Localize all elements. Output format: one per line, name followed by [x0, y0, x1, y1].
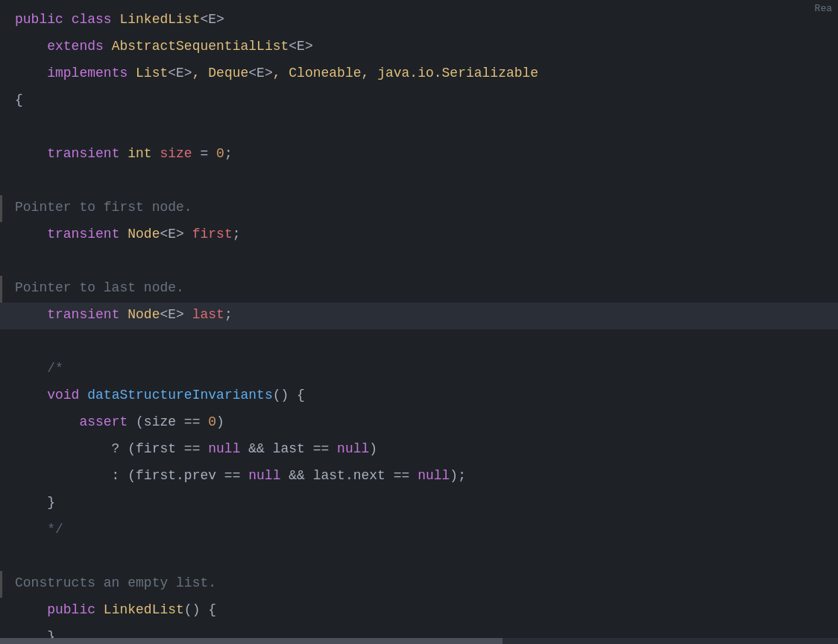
- code-line: */: [0, 517, 838, 544]
- token-generic: <E>: [200, 9, 224, 31]
- token-plain: [15, 63, 47, 84]
- token-kw-public: public: [15, 9, 63, 31]
- token-field-name: last: [192, 304, 224, 326]
- token-kw-int: int: [127, 143, 151, 165]
- token-plain: [15, 143, 47, 165]
- token-kw-assert: assert: [79, 411, 127, 433]
- token-interface-name: , Cloneable, java.io.Serializable: [273, 63, 538, 84]
- code-line: implements List<E>, Deque<E>, Cloneable,…: [0, 61, 838, 88]
- comment-text: Constructs an empty list.: [15, 572, 216, 594]
- comment-line: Pointer to first node.: [0, 195, 838, 222]
- token-comment-line: */: [15, 519, 63, 540]
- token-plain: () {: [273, 385, 305, 406]
- token-field-name: first: [192, 224, 233, 245]
- token-class-name: LinkedList: [95, 599, 184, 621]
- token-plain: ? (first ==: [15, 438, 208, 460]
- code-line: }: [0, 490, 838, 517]
- comment-line: Pointer to last node.: [0, 276, 838, 303]
- token-interface-name: List: [127, 63, 168, 84]
- scrollbar-thumb[interactable]: [0, 638, 503, 644]
- comment-text: Pointer to first node.: [15, 197, 192, 218]
- code-line: public LinkedList() {: [0, 598, 838, 625]
- token-plain: : (first.prev ==: [15, 465, 248, 487]
- token-kw-transient: transient: [47, 143, 119, 165]
- token-punctuation: ;: [224, 304, 233, 326]
- token-kw-class: class: [72, 9, 112, 31]
- empty-line: [0, 168, 838, 195]
- token-operator: =: [200, 143, 216, 165]
- empty-line: [0, 544, 838, 571]
- token-type-name: Node: [119, 304, 160, 326]
- code-line: transient Node<E> last;: [0, 303, 838, 329]
- empty-line: [0, 249, 838, 276]
- token-interface-name: , Deque: [192, 63, 249, 84]
- empty-line: [0, 115, 838, 142]
- empty-line: [0, 329, 838, 356]
- token-number: 0: [216, 143, 224, 165]
- token-plain: [15, 411, 79, 433]
- code-line: public class LinkedList<E>: [0, 7, 838, 34]
- token-field-name: size: [152, 143, 201, 165]
- token-plain: [79, 385, 87, 406]
- token-kw-void: void: [47, 385, 79, 406]
- token-plain: [15, 304, 47, 326]
- token-kw-extends: extends: [47, 36, 104, 57]
- token-null-kw: null: [418, 465, 450, 487]
- token-plain: [15, 599, 47, 621]
- comment-text: Pointer to last node.: [15, 277, 184, 299]
- token-plain: [119, 143, 127, 165]
- token-plain: [184, 224, 192, 245]
- horizontal-scrollbar[interactable]: [0, 638, 838, 644]
- token-plain: [184, 304, 192, 326]
- token-number: 0: [208, 411, 216, 433]
- token-class-name: AbstractSequentialList: [104, 36, 289, 57]
- token-kw-transient: transient: [47, 224, 119, 245]
- token-kw-public: public: [47, 599, 95, 621]
- token-null-kw: null: [337, 438, 369, 460]
- token-plain: [15, 385, 47, 406]
- token-plain: ): [369, 438, 377, 460]
- token-comment-line: /*: [15, 358, 63, 379]
- comment-line: Constructs an empty list.: [0, 571, 838, 598]
- token-generic: <E>: [289, 36, 312, 57]
- token-kw-transient: transient: [47, 304, 119, 326]
- token-generic: <E>: [160, 224, 183, 245]
- token-punctuation: ;: [224, 143, 233, 165]
- token-plain: [15, 224, 47, 245]
- token-punctuation: ;: [233, 224, 241, 245]
- token-plain: (size ==: [127, 411, 208, 433]
- code-line: ? (first == null && last == null): [0, 437, 838, 464]
- token-type-name: Node: [119, 224, 160, 245]
- code-line: extends AbstractSequentialList<E>: [0, 34, 838, 61]
- token-generic: <E>: [168, 63, 192, 84]
- code-line: void dataStructureInvariants() {: [0, 383, 838, 410]
- token-generic: <E>: [160, 304, 183, 326]
- token-plain: && last.next ==: [280, 465, 418, 487]
- code-line: : (first.prev == null && last.next == nu…: [0, 464, 838, 490]
- token-kw-implements: implements: [47, 63, 127, 84]
- token-plain: }: [15, 492, 55, 514]
- token-generic: <E>: [248, 63, 272, 84]
- code-line: /*: [0, 356, 838, 383]
- code-line: assert (size == 0): [0, 410, 838, 437]
- token-plain: {: [15, 89, 23, 111]
- token-plain: () {: [184, 599, 216, 621]
- token-punctuation: );: [450, 465, 466, 487]
- code-line: {: [0, 88, 838, 115]
- token-null-kw: null: [248, 465, 280, 487]
- token-plain: && last ==: [240, 438, 337, 460]
- token-plain: [15, 36, 47, 57]
- token-plain: [63, 9, 72, 31]
- code-line: transient int size = 0;: [0, 142, 838, 168]
- token-plain: ): [216, 411, 224, 433]
- code-line: transient Node<E> first;: [0, 222, 838, 249]
- token-method-name: dataStructureInvariants: [87, 385, 272, 406]
- token-null-kw: null: [208, 438, 240, 460]
- token-class-name: LinkedList: [112, 9, 201, 31]
- code-editor: Rea public class LinkedList<E> extends A…: [0, 0, 838, 644]
